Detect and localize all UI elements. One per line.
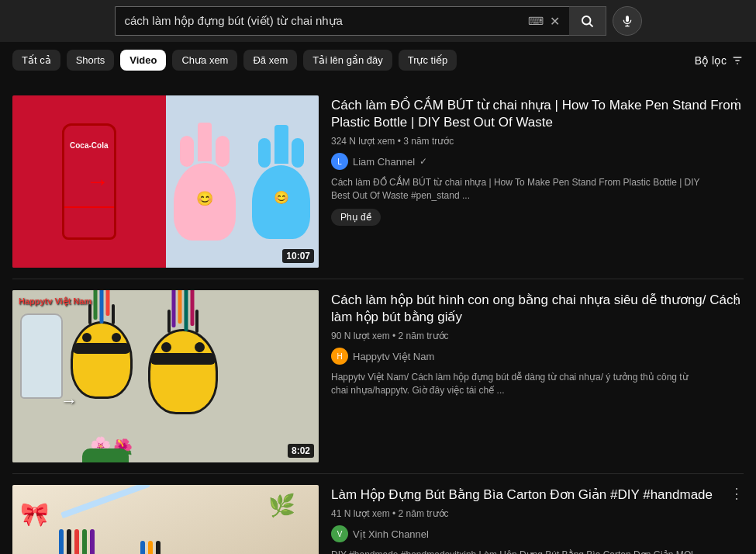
video-description-1: Cách làm ĐỒ CẮM BÚT từ chai nhựa | How T…	[331, 176, 703, 203]
channel-avatar-1: L	[331, 153, 348, 170]
view-count-1: 324 N lượt xem	[331, 136, 395, 147]
channel-avatar-2: H	[331, 348, 348, 365]
thumb2-visual: → 🌸 🌺	[12, 290, 319, 462]
tab-da-xem[interactable]: Đã xem	[243, 50, 297, 71]
time-ago-1: 3 năm trước	[403, 136, 454, 147]
svg-line-1	[589, 23, 592, 26]
video-row: Coca-Cola → 😊	[12, 85, 744, 279]
tab-tai-len[interactable]: Tải lên gần đây	[303, 50, 392, 71]
thumb1-visual: Coca-Cola → 😊	[12, 95, 319, 268]
tab-chua-xem[interactable]: Chưa xem	[172, 50, 237, 71]
filter-icon	[731, 54, 744, 67]
filter-tabs-bar: Tất cả Shorts Video Chưa xem Đã xem Tải …	[0, 42, 756, 78]
mic-button[interactable]	[613, 6, 642, 36]
more-options-btn-1[interactable]: ⋮	[730, 95, 744, 113]
channel-watermark-2: Happytv Việt Nam	[19, 296, 91, 306]
duration-badge-2: 8:02	[288, 444, 314, 458]
more-options-btn-2[interactable]: ⋮	[730, 290, 744, 307]
thumb3-visual: 🌿 🎀	[12, 485, 319, 554]
video-meta-1: 324 N lượt xem • 3 năm trước	[331, 136, 744, 147]
svg-rect-2	[626, 16, 629, 22]
tab-truc-tiep[interactable]: Trực tiếp	[399, 50, 457, 71]
channel-row-2: H Happytv Việt Nam	[331, 348, 744, 365]
channel-name-1[interactable]: Liam Channel	[353, 156, 415, 168]
tab-all[interactable]: Tất cả	[12, 50, 60, 71]
channel-row-3: V Vịt Xinh Channel	[331, 525, 744, 542]
filter-button[interactable]: Bộ lọc	[695, 54, 744, 67]
tab-video[interactable]: Video	[120, 50, 166, 71]
thumbnail-1[interactable]: Coca-Cola → 😊	[12, 95, 319, 268]
video-title-2[interactable]: Cách làm hộp bút hình con ong bằng chai …	[331, 292, 744, 326]
channel-name-2[interactable]: Happytv Việt Nam	[353, 351, 434, 362]
video-title-1[interactable]: Cách làm ĐỒ CẮM BÚT từ chai nhựa | How T…	[331, 97, 744, 131]
video-row-2: → 🌸 🌺 Happytv Việt Nam 8:02 Cách làm hộp…	[12, 279, 744, 474]
search-field[interactable]: cách làm hộp đựng bút (viết) từ chai nhự…	[115, 6, 569, 36]
time-ago-3: 2 năm trước	[399, 508, 449, 519]
search-button[interactable]	[569, 6, 606, 36]
video-meta-2: 90 N lượt xem • 2 năm trước	[331, 331, 744, 341]
svg-point-0	[582, 16, 591, 25]
thumbnail-3[interactable]: 🌿 🎀	[12, 485, 319, 554]
search-wrapper: cách làm hộp đựng bút (viết) từ chai nhự…	[115, 6, 642, 36]
thumb1-right: 😊 😊	[166, 95, 319, 268]
search-query-text: cách làm hộp đựng bút (viết) từ chai nhự…	[125, 14, 522, 28]
header: cách làm hộp đựng bút (viết) từ chai nhự…	[0, 0, 756, 42]
view-count-2: 90 N lượt xem	[331, 331, 390, 341]
video-row-3: 🌿 🎀 Làm Hộp Đựng Bút Bằng Bìa Carton Đơn…	[12, 474, 744, 554]
duration-badge-1: 10:07	[282, 249, 314, 263]
verified-icon-1: ✓	[419, 156, 427, 167]
video-info-1: Cách làm ĐỒ CẮM BÚT từ chai nhựa | How T…	[331, 95, 744, 226]
time-ago-2: 2 năm trước	[399, 331, 449, 341]
view-count-3: 41 N lượt xem	[331, 508, 390, 519]
video-meta-3: 41 N lượt xem • 2 năm trước	[331, 508, 744, 519]
video-description-2: Happytv Việt Nam/ Cách làm hộp đựng bút …	[331, 371, 703, 397]
video-info-2: Cách làm hộp bút hình con ong bằng chai …	[331, 290, 744, 397]
thumbnail-2[interactable]: → 🌸 🌺 Happytv Việt Nam 8:02	[12, 290, 319, 462]
channel-row-1: L Liam Channel ✓	[331, 153, 744, 170]
search-icon	[580, 14, 594, 28]
video-info-3: Làm Hộp Đựng Bút Bằng Bìa Carton Đơn Giả…	[331, 485, 744, 554]
thumb1-left: Coca-Cola →	[12, 95, 166, 268]
topic-badge-1[interactable]: Phụ đề	[331, 209, 381, 226]
results-list: Coca-Cola → 😊	[0, 78, 756, 554]
filter-label: Bộ lọc	[695, 54, 727, 67]
video-title-3[interactable]: Làm Hộp Đựng Bút Bằng Bìa Carton Đơn Giả…	[331, 486, 744, 504]
clear-icon[interactable]: ✕	[550, 14, 560, 29]
mic-icon	[621, 15, 633, 27]
more-options-btn-3[interactable]: ⋮	[730, 485, 744, 502]
channel-avatar-3: V	[331, 525, 348, 542]
video-description-3: DIY #handmade #handmadevitxinh Làm Hộp Đ…	[331, 549, 703, 554]
tab-shorts[interactable]: Shorts	[67, 50, 115, 71]
channel-name-3[interactable]: Vịt Xinh Channel	[353, 528, 429, 540]
keyboard-icon: ⌨	[528, 15, 544, 27]
